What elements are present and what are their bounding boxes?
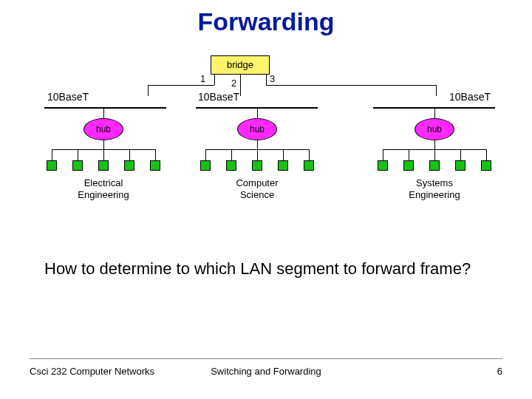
seg-a-dept: Electrical Engineering — [44, 177, 163, 200]
bridge-box: bridge — [211, 55, 270, 75]
seg-c-label: 10BaseT — [449, 91, 491, 103]
port-line-1h — [148, 85, 214, 86]
seg-a-hub: hub — [83, 118, 123, 140]
footer-divider — [30, 358, 502, 359]
port-line-1d — [148, 85, 149, 96]
seg-c-dept: Systems Engineering — [375, 177, 494, 200]
port-num-2: 2 — [231, 78, 236, 89]
seg-a-node-2 — [72, 160, 83, 171]
seg-b-n1d — [205, 149, 206, 160]
seg-a-node-4 — [124, 160, 134, 171]
seg-a-label: 10BaseT — [47, 91, 89, 103]
seg-b-hub: hub — [237, 118, 277, 140]
seg-a-n1d — [52, 149, 52, 160]
port-line-2 — [240, 75, 241, 96]
seg-b-n3d — [257, 149, 258, 160]
seg-a-n3d — [103, 149, 104, 160]
network-diagram: bridge 1 2 3 10BaseT hub Electrical Engi… — [30, 55, 502, 225]
seg-a-node-3 — [98, 160, 109, 171]
seg-b-node-5 — [304, 160, 314, 171]
port-num-1: 1 — [200, 73, 205, 84]
port-line-3h — [266, 85, 436, 86]
seg-a-node-5 — [150, 160, 160, 171]
seg-b-node-1 — [200, 160, 211, 171]
seg-c-hub-drop — [434, 107, 435, 118]
port-line-3d — [436, 85, 437, 96]
seg-b-node-3 — [252, 160, 262, 171]
port-line-1 — [214, 75, 215, 85]
seg-c-node-5 — [481, 160, 491, 171]
seg-c-hub: hub — [415, 118, 454, 140]
seg-c-n2d — [409, 149, 409, 160]
seg-c-hd — [434, 140, 435, 149]
seg-c-n1d — [383, 149, 383, 160]
footer-right: 6 — [497, 366, 502, 377]
seg-b-node-4 — [278, 160, 288, 171]
seg-a-n4d — [129, 149, 130, 160]
seg-a-node-1 — [47, 160, 57, 171]
seg-c-n3d — [434, 149, 435, 160]
question-text: How to determine to which LAN segment to… — [44, 259, 488, 280]
seg-c-node-3 — [429, 160, 440, 171]
seg-a-hub-drop — [103, 107, 104, 118]
footer-center: Switching and Forwarding — [0, 366, 532, 377]
seg-b-n4d — [283, 149, 284, 160]
seg-a-hd — [103, 140, 104, 149]
seg-a-n2d — [78, 149, 78, 160]
seg-c-node-1 — [378, 160, 388, 171]
seg-b-n2d — [231, 149, 232, 160]
seg-c-n5d — [486, 149, 487, 160]
seg-c-node-4 — [455, 160, 466, 171]
seg-b-hd — [257, 140, 258, 149]
port-line-3 — [266, 75, 267, 85]
port-num-3: 3 — [270, 73, 275, 84]
seg-b-hub-drop — [257, 107, 258, 118]
seg-c-n4d — [460, 149, 461, 160]
seg-c-node-2 — [403, 160, 414, 171]
seg-b-node-2 — [226, 160, 236, 171]
seg-b-label: 10BaseT — [198, 91, 239, 103]
seg-a-n5d — [155, 149, 156, 160]
seg-a-line — [44, 107, 166, 109]
slide-title: Forwarding — [0, 7, 532, 36]
seg-b-n5d — [309, 149, 310, 160]
seg-b-dept: Computer Science — [198, 177, 316, 200]
